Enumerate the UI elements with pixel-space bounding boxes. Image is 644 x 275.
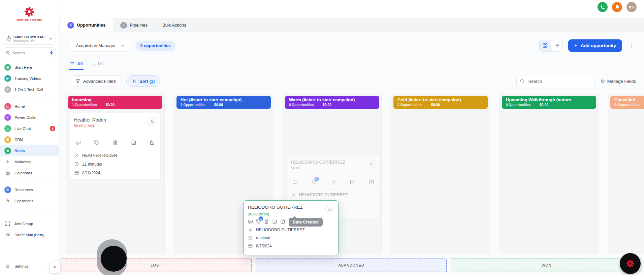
document-icon[interactable] xyxy=(264,219,269,224)
tag-icon[interactable] xyxy=(94,140,99,145)
plus-icon: + xyxy=(93,61,96,67)
join-group-icon xyxy=(5,221,10,226)
sidebar-item-home[interactable]: ▤Home xyxy=(0,101,59,112)
sidebar-item-live-chat[interactable]: ☺Live Chat8 xyxy=(0,123,59,134)
task-check-icon xyxy=(350,179,355,185)
person-icon xyxy=(291,192,296,197)
column-header[interactable]: Cold (#start to start campaign) 0 Opport… xyxy=(393,96,488,109)
chat-icon[interactable] xyxy=(248,219,253,224)
board-search-input[interactable] xyxy=(516,75,594,87)
sidebar-nav: ◉Start Here ▶Training Videos ✆1 On 1 Tec… xyxy=(0,62,59,275)
view-toggle xyxy=(539,40,563,51)
card-date-row: 8/7/2024 xyxy=(248,243,334,248)
opportunity-card-dragged[interactable]: HELIODORO GUTIERREZ $0.00 (Won) 1 HELIOD… xyxy=(244,200,339,255)
chat-icon[interactable] xyxy=(75,140,81,145)
opportunity-card-heather-roden[interactable]: Heather Roden $0.00 (Lost) xyxy=(70,113,161,180)
tab-opportunities[interactable]: $ Opportunities xyxy=(60,18,113,32)
pipeline-selector[interactable]: .Acquisition Manager xyxy=(70,40,129,52)
dropzone-lost[interactable]: LOST xyxy=(61,259,252,272)
sort-arrows-icon xyxy=(132,79,137,83)
sidebar-item-training-videos[interactable]: ▶Training Videos xyxy=(0,73,59,84)
sidebar-search-input[interactable] xyxy=(3,47,56,58)
calendar-plus-icon[interactable] xyxy=(150,140,155,145)
person-plus-icon xyxy=(150,119,155,124)
sort-button[interactable]: Sort (1) xyxy=(126,75,161,87)
lightning-bolt-icon[interactable] xyxy=(49,50,55,56)
sidebar-divider xyxy=(0,215,59,215)
sidebar-item-power-dialer[interactable]: ✆Power Dialer xyxy=(0,112,59,123)
dropzone-won[interactable]: WON xyxy=(451,259,642,272)
calendar-plus-icon xyxy=(369,179,374,185)
sidebar-item-calendars[interactable]: ▦Calendars xyxy=(0,167,59,178)
crm-icon: ▣ xyxy=(4,136,11,143)
add-list-tab[interactable]: + List xyxy=(93,58,105,70)
start-here-icon: ◉ xyxy=(4,64,11,71)
sidebar-item-join-group[interactable]: Join Group xyxy=(0,218,59,229)
sidebar-item-marketing[interactable]: ✈Marketing xyxy=(0,156,59,167)
column-upcoming-walkthrough: Upcoming Walkthrough (autom... 0 Opportu… xyxy=(500,94,599,254)
calendar-plus-icon[interactable] xyxy=(280,219,285,224)
manage-fields-button[interactable]: ⚙ Manage Fields xyxy=(601,78,636,84)
sidebar-item-resources[interactable]: ▥Resources xyxy=(0,184,59,195)
chat-icon xyxy=(292,179,298,185)
phone-button[interactable] xyxy=(598,2,608,12)
card-quick-actions xyxy=(74,140,156,145)
funnel-icon xyxy=(75,79,80,84)
document-icon xyxy=(331,179,336,185)
sidebar-item-operations[interactable]: ⚑Operations xyxy=(0,195,59,206)
task-check-icon[interactable] xyxy=(272,219,277,224)
sidebar-item-deals[interactable]: ◈Deals xyxy=(0,145,59,156)
operations-flag-icon: ⚑ xyxy=(4,198,11,204)
clock-icon xyxy=(74,162,79,167)
tech-call-phone-icon: ✆ xyxy=(4,86,11,93)
surplus-pinwheel-icon xyxy=(625,259,635,269)
dropzone-abandoned[interactable]: ABANDONED xyxy=(256,259,447,272)
view-tabs-bar: All + List xyxy=(59,58,644,70)
add-opportunity-button[interactable]: + Add opportunity xyxy=(568,39,622,52)
task-check-icon[interactable] xyxy=(131,140,136,145)
column-cold: Cold (#start to start campaign) 0 Opport… xyxy=(391,94,490,254)
card-contact-row: HEATHER RODEN xyxy=(74,153,156,158)
assign-owner-button[interactable] xyxy=(148,117,156,126)
pipelines-funnel-icon xyxy=(120,22,127,29)
grid-icon xyxy=(542,43,548,48)
person-icon xyxy=(248,227,253,232)
training-videos-icon: ▶ xyxy=(4,75,11,82)
tab-pipelines[interactable]: Pipelines xyxy=(113,18,155,32)
user-avatar[interactable]: KS xyxy=(626,2,637,12)
calendar-icon xyxy=(248,243,253,248)
sidebar-collapse-button[interactable]: ‹ xyxy=(50,261,60,273)
search-icon xyxy=(520,78,525,83)
notifications-button[interactable] xyxy=(612,2,622,12)
top-strip: KS xyxy=(59,0,644,18)
marketing-plane-icon: ✈ xyxy=(4,159,11,165)
sidebar-search xyxy=(3,47,56,58)
brand-chat-widget-button[interactable] xyxy=(620,253,641,274)
advanced-filters-button[interactable]: Advanced Filters xyxy=(70,75,122,87)
card-title: HELIODORO GUTIERREZ xyxy=(291,160,345,165)
sidebar-item-crm[interactable]: ▣CRM xyxy=(0,134,59,145)
assign-owner-button[interactable] xyxy=(325,205,334,213)
column-header[interactable]: Upcoming Walkthrough (autom... 0 Opportu… xyxy=(502,96,596,109)
tab-all[interactable]: All xyxy=(70,58,83,70)
power-dialer-icon: ✆ xyxy=(4,114,11,121)
document-icon[interactable] xyxy=(112,140,118,145)
column-header[interactable]: Cancelled 0 Opportunities$0.00 xyxy=(610,96,644,109)
sidebar-item-direct-mail[interactable]: ✉Direct Mail (Beta) xyxy=(0,229,59,240)
person-plus-icon xyxy=(327,207,332,212)
opportunities-dollar-icon: $ xyxy=(67,22,74,29)
account-switcher[interactable]: SURPLUS SYSTEM... Bloomington, MN xyxy=(3,33,56,45)
brand-logo-text: SURPLUS SYSTEMS xyxy=(17,19,42,21)
clock-icon xyxy=(248,235,253,240)
sidebar-item-start-here[interactable]: ◉Start Here xyxy=(0,62,59,73)
sidebar-divider xyxy=(0,181,59,181)
column-header[interactable]: Warm (#start to start campaign) 0 Opport… xyxy=(285,96,379,109)
column-header[interactable]: Incoming 1 Opportunities$0.00 xyxy=(68,96,162,109)
sidebar-item-tech-call[interactable]: ✆1 On 1 Tech Call xyxy=(0,84,59,95)
tab-bulk-actions[interactable]: Bulk Actions xyxy=(155,18,194,32)
more-options-kebab-icon[interactable]: ⋮ xyxy=(627,41,636,50)
column-header[interactable]: Hot (#start to start campaign) 1 Opportu… xyxy=(176,96,271,109)
list-icon xyxy=(554,43,560,48)
grid-view-button[interactable] xyxy=(540,40,551,51)
list-view-button[interactable] xyxy=(551,40,562,51)
